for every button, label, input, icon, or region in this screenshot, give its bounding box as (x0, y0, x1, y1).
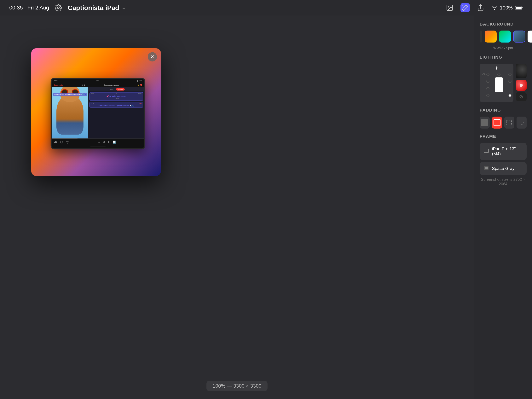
battery-percentage: 100% (500, 5, 513, 11)
tablet-icon (483, 148, 489, 154)
svg-rect-23 (485, 167, 488, 169)
right-panel: BACKGROUND WWDC Spot LIGHTING ☀ ON (474, 15, 532, 399)
nav-action-icons: ⚡ 🔴 (138, 84, 142, 86)
top-bar-right: 100% (445, 3, 523, 12)
chevron-down-icon: ⌄ (122, 5, 126, 10)
tl1-warning: ⚠ (116, 93, 117, 95)
padding-large[interactable] (517, 117, 526, 129)
timeline-tabs: Script Timeline (88, 87, 144, 91)
ipad-device-frame: 17:27 • • • ▓ 92% Documents ⏺ ⏺ Beach da… (51, 78, 145, 149)
time-display: 00:35 (9, 5, 23, 11)
app-title-button[interactable]: Captionista iPad ⌄ (68, 4, 125, 12)
svg-point-2 (448, 6, 449, 7)
tl1-end: 01:33 (139, 93, 141, 95)
timeline-item-2: 01:33 13:40 Looks like it's time to go t… (89, 102, 143, 108)
pause-icon[interactable]: ⏸ (108, 140, 110, 144)
swatch-wwdc[interactable] (513, 31, 525, 43)
refresh-icon[interactable]: ↺ (103, 140, 105, 144)
swatch-white[interactable] (528, 31, 532, 43)
timeline-item-2-text: Looks like it's time to go to the beach … (91, 105, 141, 107)
svg-rect-9 (516, 6, 522, 9)
padding-small[interactable] (492, 117, 502, 129)
merge-label: ⬆↓ Merge (91, 97, 141, 100)
ipad-time: 17:27 (54, 80, 58, 82)
tl2-end: 13:40 (139, 103, 141, 104)
skip-back-icon[interactable]: ⏮ (98, 140, 101, 144)
frame-device-item[interactable]: iPad Pro 13" (M4) (480, 143, 526, 160)
timeline-content: 00:00 ⚠ 01:33 💕 He looks sooo cute!! ⬆↓ … (88, 91, 144, 139)
timeline-item-1-header: 00:00 ⚠ 01:33 (91, 93, 141, 95)
date-display: Fri 2 Aug (27, 5, 49, 11)
dot-tr[interactable] (508, 73, 512, 76)
dot-br[interactable] (486, 94, 489, 97)
lighting-dots-grid (482, 71, 516, 98)
share-button[interactable] (476, 3, 485, 12)
app-title-text: Captionista iPad (68, 4, 119, 12)
top-bar-left: 00:35 Fri 2 Aug Captionista iPad ⌄ (9, 3, 126, 12)
padding-none[interactable] (480, 117, 490, 129)
magic-button[interactable] (461, 3, 470, 12)
ipad-screen: 17:27 • • • ▓ 92% Documents ⏺ ⏺ Beach da… (52, 79, 144, 148)
zoom-indicator: 100% — 3300 × 3300 (206, 381, 267, 391)
ipad-content-area: Looks like it's time to go to the beach … (52, 87, 144, 139)
lighting-swatch-dark[interactable] (516, 63, 526, 78)
dot-bc-active[interactable] (508, 94, 512, 97)
swatch-green[interactable] (499, 31, 511, 43)
iphone-center-icon (495, 77, 503, 92)
lighting-swatch-off[interactable]: ⊘ (516, 92, 526, 101)
inner-rect-large (520, 121, 524, 125)
svg-line-19 (63, 143, 63, 143)
solid-rect-icon (481, 119, 488, 126)
lighting-swatch-red[interactable] (516, 80, 526, 91)
sun-icon: ☀ (494, 65, 499, 71)
padding-options (480, 117, 526, 129)
lighting-section-title: LIGHTING (480, 55, 526, 60)
caption-text-1: Looks like it's time to go to the beach … (54, 93, 86, 95)
frame-device-name: iPad Pro 13" (M4) (492, 146, 523, 156)
dot-mr[interactable] (508, 80, 512, 83)
wwdc-label: WWDC Spot (480, 46, 526, 50)
background-section-title: BACKGROUND (480, 22, 526, 27)
video-panel: Looks like it's time to go to the beach … (52, 87, 88, 139)
ipad-status-bar: 17:27 • • • ▓ 92% (52, 79, 144, 83)
swatch-fire[interactable] (485, 31, 497, 43)
wifi-icon (491, 5, 498, 10)
svg-line-5 (468, 10, 468, 10)
padding-section-title: PADDING (480, 108, 526, 113)
dot-ml[interactable] (486, 80, 489, 83)
toolbar-icon-cloud (54, 140, 58, 144)
settings-button[interactable] (54, 3, 63, 12)
lighting-controls: ☀ ON (480, 63, 526, 102)
ipad-center-status: • • • (96, 80, 99, 82)
home-bar (90, 146, 106, 147)
dot-tc[interactable] (497, 73, 500, 76)
status-indicators: 100% (491, 5, 523, 11)
script-tab[interactable]: Script (108, 88, 115, 90)
caption-overlay: Looks like it's time to go to the beach … (53, 93, 87, 96)
inner-rect-small (494, 119, 500, 126)
ipad-home-indicator (52, 145, 144, 148)
frame-color-item[interactable]: Space Gray (480, 162, 526, 175)
gallery-button[interactable] (445, 3, 454, 12)
screenshot-size-info: Screenshot size is 2752 × 2064 (480, 177, 526, 186)
padding-medium[interactable] (504, 117, 514, 129)
documents-button: Documents (54, 84, 63, 86)
swatch-dark-slim[interactable] (480, 31, 482, 43)
canvas-area: ✕ 17:27 • • • ▓ 92% Documents ⏺ ⏺ Beach … (0, 15, 474, 399)
ipad-bottom-controls: ⏮ ↺ ⏸ 🔄 (52, 139, 144, 145)
inner-rect-medium (507, 120, 512, 125)
gear-icon (55, 4, 62, 11)
progress-fill (52, 139, 77, 139)
color-swatch-icon (483, 166, 489, 171)
background-swatches (480, 31, 526, 43)
red-glow-dot (520, 84, 523, 87)
toolbar-icon-cursor (66, 140, 70, 144)
zoom-text: 100% — 3300 × 3300 (213, 383, 261, 389)
svg-line-4 (467, 5, 468, 5)
close-button[interactable]: ✕ (148, 52, 157, 62)
dot-bl[interactable] (486, 87, 489, 90)
timeline-tab[interactable]: Timeline (116, 88, 125, 90)
dot-tl[interactable] (486, 73, 489, 76)
skip-forward-icon[interactable]: 🔄 (113, 140, 116, 144)
lighting-grid: ☀ ON (480, 63, 513, 102)
